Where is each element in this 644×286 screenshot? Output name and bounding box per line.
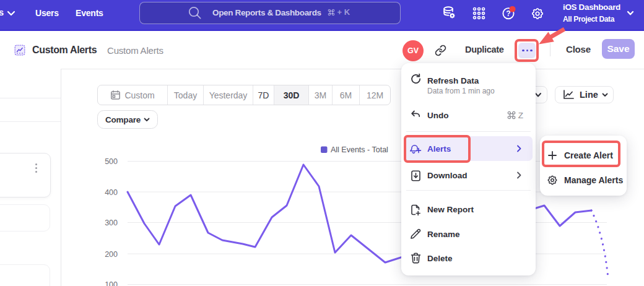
svg-text:400: 400 [105,188,118,197]
svg-text:200: 200 [105,250,118,259]
svg-text:300: 300 [105,219,118,227]
svg-text:All Events - Total: All Events - Total [331,145,388,154]
svg-text:500: 500 [105,157,118,166]
svg-text:100: 100 [105,280,118,286]
